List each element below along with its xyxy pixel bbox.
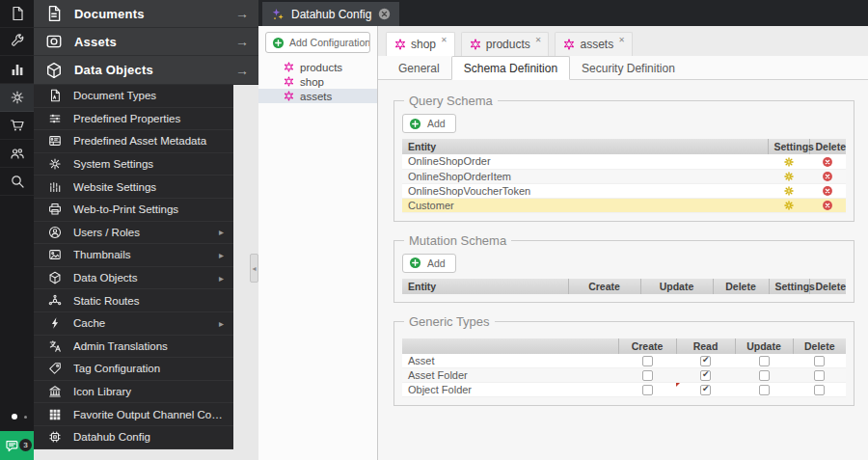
tree-item-assets[interactable]: assets bbox=[258, 89, 377, 103]
column-header-entity[interactable]: Entity bbox=[402, 139, 768, 154]
column-header-delete[interactable]: Delete bbox=[809, 139, 846, 154]
column-header-update[interactable]: Update bbox=[640, 279, 713, 294]
tree-item-shop[interactable]: shop bbox=[258, 74, 377, 89]
rail-settings-button[interactable] bbox=[0, 84, 34, 112]
query-schema-table: Entity Settings Delete OnlineShopOrder O bbox=[402, 139, 846, 213]
read-checkbox[interactable] bbox=[700, 356, 711, 366]
submenu-item-icon-library[interactable]: Icon Library bbox=[34, 381, 233, 404]
column-header-create[interactable]: Create bbox=[568, 279, 640, 294]
panel-collapse-handle[interactable]: ◂ bbox=[250, 254, 258, 283]
generic-types-table: Create Read Update Delete Asset bbox=[402, 338, 846, 398]
delete-checkbox[interactable] bbox=[814, 370, 825, 381]
menu-item-documents[interactable]: Documents → bbox=[34, 0, 258, 28]
tab-assets[interactable]: assets ✕ bbox=[555, 32, 632, 56]
settings-gear-icon[interactable] bbox=[783, 200, 795, 211]
column-header-update[interactable]: Update bbox=[735, 338, 793, 354]
delete-checkbox[interactable] bbox=[814, 385, 825, 395]
table-row[interactable]: Asset Folder bbox=[402, 368, 846, 383]
submenu-item-website-settings[interactable]: Website Settings bbox=[34, 176, 233, 199]
subtab-security-definition[interactable]: Security Definition bbox=[570, 57, 687, 79]
create-checkbox[interactable] bbox=[642, 356, 653, 366]
menu-item-assets[interactable]: Assets → bbox=[34, 28, 258, 56]
settings-gear-icon[interactable] bbox=[783, 171, 795, 182]
close-icon[interactable]: ✕ bbox=[441, 36, 448, 44]
close-icon[interactable]: ✕ bbox=[618, 36, 625, 44]
create-checkbox[interactable] bbox=[642, 370, 653, 381]
submenu-item-web-to-print[interactable]: Web-to-Print Settings bbox=[34, 199, 233, 222]
submenu-item-tag-configuration[interactable]: Tag Configuration bbox=[34, 358, 233, 381]
configuration-subtabs: General Schema Definition Security Defin… bbox=[378, 56, 868, 80]
column-header-create[interactable]: Create bbox=[618, 338, 676, 354]
pimcore-admin-app: 3 Documents → Assets → Data Objects → Do… bbox=[0, 0, 868, 460]
asset-metadata-icon bbox=[48, 134, 62, 148]
rail-reports-button[interactable] bbox=[0, 56, 34, 84]
column-header-settings[interactable]: Settings bbox=[769, 279, 809, 294]
read-checkbox[interactable] bbox=[700, 385, 711, 395]
submenu-item-predefined-properties[interactable]: Predefined Properties bbox=[34, 108, 233, 131]
query-schema-fieldset: Query Schema Add Entity Settings Delete bbox=[393, 94, 854, 222]
create-checkbox[interactable] bbox=[642, 385, 653, 395]
rail-search-button[interactable] bbox=[0, 168, 34, 196]
table-row[interactable]: Asset bbox=[402, 354, 846, 368]
subtab-general[interactable]: General bbox=[387, 57, 451, 79]
submenu-item-favorite-output-channels[interactable]: Favorite Output Channel Configurations bbox=[34, 403, 233, 426]
query-schema-add-button[interactable]: Add bbox=[402, 114, 456, 133]
table-row[interactable]: Object Folder bbox=[402, 383, 846, 397]
table-row-highlighted[interactable]: Customer bbox=[402, 198, 846, 212]
submenu-item-predefined-asset-metadata[interactable]: Predefined Asset Metadata bbox=[34, 130, 233, 153]
cube-icon bbox=[48, 271, 62, 284]
submenu-item-static-routes[interactable]: Static Routes bbox=[34, 289, 233, 312]
submenu-item-datahub-config[interactable]: Datahub Config bbox=[34, 426, 233, 449]
subtab-schema-definition[interactable]: Schema Definition bbox=[451, 56, 570, 80]
add-configuration-button[interactable]: Add Configuration ▼ bbox=[265, 32, 370, 53]
configuration-tabs: shop ✕ products ✕ assets ✕ bbox=[378, 26, 868, 56]
gear-icon bbox=[10, 90, 25, 105]
settings-gear-icon[interactable] bbox=[783, 156, 795, 168]
delete-row-icon[interactable] bbox=[822, 156, 833, 168]
delete-checkbox[interactable] bbox=[814, 356, 825, 366]
bar-chart-icon bbox=[10, 62, 25, 77]
wrench-icon bbox=[10, 34, 25, 49]
table-row[interactable]: OnlineShopVoucherToken bbox=[402, 183, 846, 198]
tab-products[interactable]: products ✕ bbox=[461, 32, 550, 56]
user-circle-icon bbox=[48, 226, 62, 239]
rail-ecommerce-button[interactable] bbox=[0, 112, 34, 140]
submenu-item-users-roles[interactable]: Users / Roles▸ bbox=[34, 222, 233, 245]
submenu-item-cache[interactable]: Cache▸ bbox=[34, 312, 233, 336]
chat-button[interactable]: 3 bbox=[0, 431, 34, 460]
column-header-read[interactable]: Read bbox=[676, 338, 735, 354]
column-header-delete[interactable]: Delete bbox=[793, 338, 846, 354]
submenu-item-system-settings[interactable]: System Settings bbox=[34, 153, 233, 176]
settings-gear-icon[interactable] bbox=[783, 185, 795, 197]
mutation-schema-add-button[interactable]: Add bbox=[402, 254, 456, 273]
update-checkbox[interactable] bbox=[759, 356, 770, 366]
rail-documents-button[interactable] bbox=[0, 0, 34, 28]
submenu-item-thumbnails[interactable]: Thumbnails▸ bbox=[34, 244, 233, 267]
submenu-item-data-objects[interactable]: Data Objects▸ bbox=[34, 267, 233, 290]
delete-row-icon[interactable] bbox=[822, 171, 833, 182]
column-header-delete[interactable]: Delete bbox=[713, 279, 769, 294]
table-row[interactable]: OnlineShopOrderItem bbox=[402, 169, 846, 183]
tab-shop[interactable]: shop ✕ bbox=[386, 32, 455, 56]
rail-customers-button[interactable] bbox=[0, 140, 34, 168]
settings-submenu: Document Types Predefined Properties Pre… bbox=[34, 85, 233, 449]
rail-tools-button[interactable] bbox=[0, 28, 34, 56]
tree-item-products[interactable]: products bbox=[258, 60, 377, 74]
delete-row-icon[interactable] bbox=[822, 185, 833, 197]
table-row[interactable]: OnlineShopOrder bbox=[402, 154, 846, 169]
column-header-settings[interactable]: Settings bbox=[768, 139, 809, 154]
close-icon[interactable]: ✕ bbox=[535, 36, 542, 44]
update-checkbox[interactable] bbox=[759, 385, 770, 395]
submenu-item-admin-translations[interactable]: Admin Translations bbox=[34, 336, 233, 359]
submenu-item-document-types[interactable]: Document Types bbox=[34, 85, 233, 108]
column-header-entity[interactable]: Entity bbox=[402, 279, 568, 294]
tag-icon bbox=[48, 362, 62, 375]
bolt-icon bbox=[48, 316, 62, 330]
column-header-name[interactable] bbox=[402, 338, 618, 354]
close-circle-icon[interactable] bbox=[378, 8, 391, 20]
window-tab-datahub-config[interactable]: Datahub Config bbox=[262, 2, 399, 26]
menu-item-data-objects[interactable]: Data Objects → bbox=[34, 56, 258, 85]
read-checkbox[interactable] bbox=[700, 370, 711, 381]
delete-row-icon[interactable] bbox=[822, 200, 833, 211]
update-checkbox[interactable] bbox=[759, 370, 770, 381]
